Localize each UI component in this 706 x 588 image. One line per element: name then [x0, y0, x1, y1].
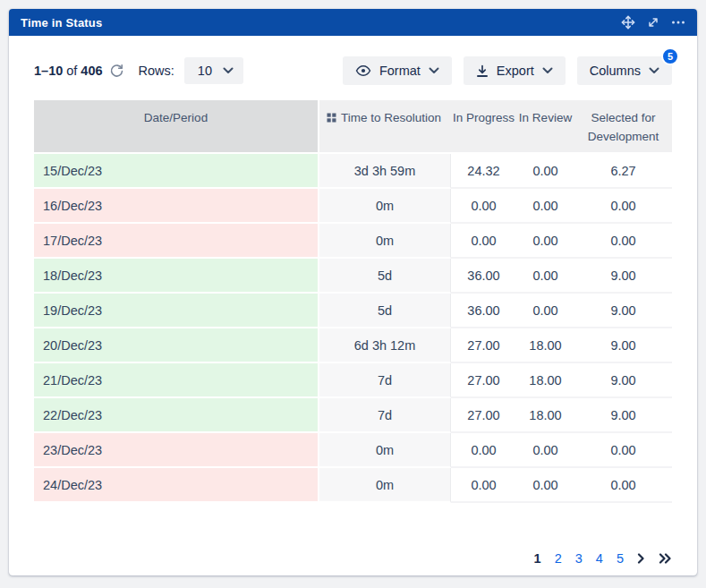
eye-icon — [355, 64, 371, 77]
row-in-review-cell: 0.00 — [516, 154, 574, 189]
table-row: 15/Dec/233d 3h 59m24.320.006.27 — [34, 154, 672, 189]
range-value: 1–10 — [34, 64, 63, 78]
table-row: 22/Dec/237d27.0018.009.00 — [34, 398, 672, 433]
row-in-review-cell: 18.00 — [516, 328, 574, 363]
row-in-review-cell: 0.00 — [516, 433, 574, 468]
table-body: 15/Dec/233d 3h 59m24.320.006.2716/Dec/23… — [34, 154, 672, 503]
total-value: 406 — [81, 64, 102, 78]
pagination-page-link[interactable]: 4 — [596, 551, 603, 566]
column-header-label: In Review — [519, 111, 572, 124]
row-selected-for-development-cell: 9.00 — [574, 398, 672, 433]
row-date-cell: 21/Dec/23 — [34, 363, 319, 398]
row-selected-for-development-cell: 0.00 — [574, 468, 672, 503]
row-in-review-cell: 0.00 — [516, 294, 574, 328]
of-label: of — [66, 64, 77, 78]
row-time-to-resolution-cell: 0m — [319, 189, 451, 224]
move-icon[interactable] — [621, 15, 635, 30]
row-selected-for-development-cell: 9.00 — [574, 328, 672, 363]
download-icon — [476, 64, 489, 78]
row-in-progress-cell: 0.00 — [451, 468, 516, 503]
row-in-review-cell: 18.00 — [516, 363, 574, 398]
pagination-page-link[interactable]: 3 — [575, 551, 583, 566]
row-date-cell: 20/Dec/23 — [34, 328, 319, 363]
row-time-to-resolution-cell: 7d — [319, 363, 451, 398]
row-time-to-resolution-cell: 0m — [319, 433, 451, 468]
row-in-review-cell: 0.00 — [516, 224, 574, 259]
row-time-to-resolution-cell: 0m — [319, 224, 451, 259]
row-in-progress-cell: 27.00 — [451, 363, 516, 398]
chevron-down-icon — [649, 67, 659, 74]
chevron-right-icon[interactable] — [637, 553, 645, 564]
row-date-cell: 18/Dec/23 — [34, 259, 319, 294]
table-row: 18/Dec/235d36.000.009.00 — [34, 259, 672, 294]
row-in-progress-cell: 0.00 — [451, 189, 516, 224]
row-in-review-cell: 0.00 — [516, 468, 574, 503]
table-header-row: Date/Period Time to Resolution In Progre… — [34, 100, 672, 154]
row-time-to-resolution-cell: 5d — [319, 259, 451, 294]
row-selected-for-development-cell: 0.00 — [574, 224, 672, 259]
table-row: 17/Dec/230m0.000.000.00 — [34, 224, 672, 259]
row-selected-for-development-cell: 9.00 — [574, 294, 672, 328]
table-row: 16/Dec/230m0.000.000.00 — [34, 189, 672, 224]
gadget-header-actions — [621, 15, 685, 30]
column-header-in-progress[interactable]: In Progress — [451, 100, 516, 154]
row-date-cell: 16/Dec/23 — [34, 189, 319, 224]
row-time-to-resolution-cell: 6d 3h 12m — [319, 328, 451, 363]
pagination-page-link[interactable]: 2 — [555, 551, 562, 566]
row-in-review-cell: 0.00 — [516, 189, 574, 224]
expand-icon[interactable] — [647, 16, 659, 29]
row-date-cell: 22/Dec/23 — [34, 398, 319, 433]
grid-icon — [327, 113, 336, 123]
chevron-down-icon — [223, 67, 234, 74]
rows-per-page-select[interactable]: 10 — [184, 57, 243, 84]
row-selected-for-development-cell: 6.27 — [574, 154, 672, 189]
format-button-label: Format — [379, 64, 421, 78]
column-header-label: Selected for Development — [588, 111, 659, 143]
pagination: 12345 — [34, 551, 672, 566]
row-date-cell: 19/Dec/23 — [34, 294, 319, 328]
table-row: 23/Dec/230m0.000.000.00 — [34, 433, 672, 468]
row-in-progress-cell: 0.00 — [451, 433, 516, 468]
row-time-to-resolution-cell: 5d — [319, 294, 451, 328]
row-time-to-resolution-cell: 7d — [319, 398, 451, 433]
row-time-to-resolution-cell: 3d 3h 59m — [319, 154, 451, 189]
columns-count-badge: 5 — [661, 47, 679, 65]
table-row: 20/Dec/236d 3h 12m27.0018.009.00 — [34, 328, 672, 363]
time-in-status-gadget: Time in Status 1–10 of — [9, 9, 697, 575]
pagination-page-link[interactable]: 5 — [617, 551, 624, 566]
column-header-selected-for-development[interactable]: Selected for Development — [574, 100, 672, 154]
row-in-progress-cell: 0.00 — [451, 224, 516, 259]
more-icon[interactable] — [671, 20, 685, 25]
record-range: 1–10 of 406 — [34, 64, 103, 78]
table-row: 21/Dec/237d27.0018.009.00 — [34, 363, 672, 398]
row-date-cell: 17/Dec/23 — [34, 224, 319, 259]
row-date-cell: 15/Dec/23 — [34, 154, 319, 189]
pagination-current-page[interactable]: 1 — [534, 551, 541, 566]
row-selected-for-development-cell: 0.00 — [574, 433, 672, 468]
row-in-progress-cell: 24.32 — [451, 154, 516, 189]
refresh-icon[interactable] — [109, 64, 124, 79]
gadget-title: Time in Status — [21, 16, 102, 30]
time-in-status-table: Date/Period Time to Resolution In Progre… — [34, 100, 672, 503]
double-chevron-right-icon[interactable] — [659, 553, 672, 564]
toolbar: 1–10 of 406 Rows: 10 Format — [9, 36, 697, 85]
row-selected-for-development-cell: 9.00 — [574, 363, 672, 398]
gadget-header: Time in Status — [9, 9, 697, 36]
columns-button[interactable]: Columns 5 — [577, 56, 672, 85]
column-header-in-review[interactable]: In Review — [516, 100, 574, 154]
row-in-progress-cell: 36.00 — [451, 259, 516, 294]
column-header-date-period[interactable]: Date/Period — [34, 100, 319, 154]
format-button[interactable]: Format — [343, 56, 452, 85]
rows-per-page-value: 10 — [198, 64, 212, 78]
column-header-time-to-resolution[interactable]: Time to Resolution — [319, 100, 451, 154]
row-in-progress-cell: 27.00 — [451, 328, 516, 363]
row-selected-for-development-cell: 0.00 — [574, 189, 672, 224]
table-row: 19/Dec/235d36.000.009.00 — [34, 294, 672, 328]
row-time-to-resolution-cell: 0m — [319, 468, 451, 503]
row-date-cell: 24/Dec/23 — [34, 468, 319, 503]
export-button[interactable]: Export — [464, 56, 566, 85]
row-in-review-cell: 0.00 — [516, 259, 574, 294]
rows-label: Rows: — [139, 64, 174, 78]
chevron-down-icon — [542, 67, 553, 74]
pagination-pages: 12345 — [534, 551, 624, 566]
